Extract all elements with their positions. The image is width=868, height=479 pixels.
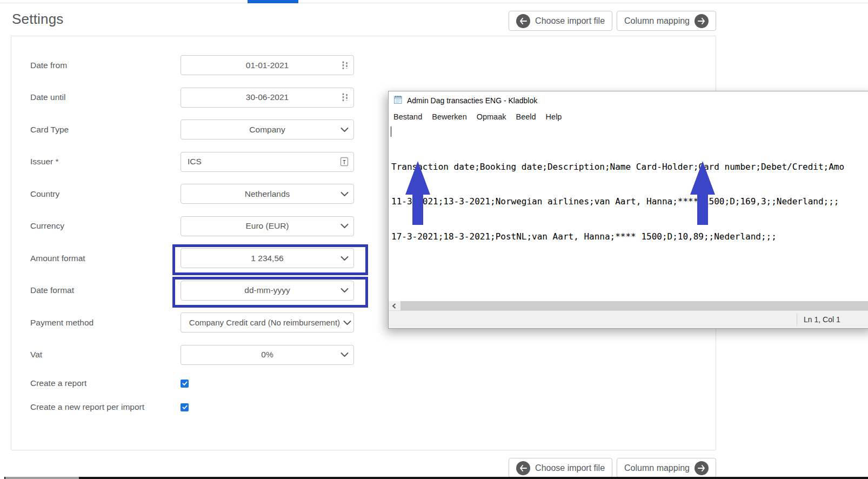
- notepad-text-area[interactable]: Transaction date;Booking date;Descriptio…: [389, 124, 868, 301]
- date-from-value: 01-01-2021: [246, 61, 289, 70]
- date-from-label: Date from: [30, 61, 181, 70]
- status-divider: [797, 313, 797, 326]
- picker-icon[interactable]: [340, 157, 349, 167]
- arrow-left-icon: [516, 461, 530, 475]
- column-mapping-label: Column mapping: [624, 463, 690, 473]
- form-row-date-until: Date until 30-06-2021: [30, 88, 409, 108]
- calendar-icon[interactable]: [342, 61, 349, 70]
- vat-select[interactable]: 0%: [181, 345, 354, 365]
- country-value: Netherlands: [245, 189, 290, 199]
- date-format-value: dd-mm-yyyy: [244, 285, 290, 295]
- date-until-label: Date until: [30, 92, 181, 102]
- notepad-window: Admin Dag transacties ENG - Kladblok Bes…: [388, 91, 868, 329]
- column-mapping-button[interactable]: Column mapping: [617, 458, 716, 478]
- menu-item-bestand[interactable]: Bestand: [389, 112, 427, 121]
- annotation-arrow-left: [405, 161, 430, 225]
- chevron-down-icon: [343, 320, 351, 325]
- form-row-currency: Currency Euro (EUR): [30, 216, 409, 236]
- payment-method-select[interactable]: Company Credit card (No reimbursement): [181, 312, 354, 332]
- form-row-vat: Vat 0%: [30, 345, 409, 365]
- choose-import-file-button[interactable]: Choose import file: [509, 11, 612, 31]
- csv-data-line-2: 17-3-2021;18-3-2021;PostNL;van Aart, Han…: [391, 231, 868, 243]
- column-mapping-button[interactable]: Column mapping: [617, 11, 716, 31]
- amount-format-label: Amount format: [30, 254, 181, 263]
- menu-item-bewerken[interactable]: Bewerken: [427, 112, 471, 121]
- notepad-title-bar[interactable]: Admin Dag transacties ENG - Kladblok: [389, 91, 868, 109]
- card-type-value: Company: [249, 125, 285, 135]
- form-row-issuer: Issuer * ICS: [30, 152, 409, 172]
- top-nav-buttons: Choose import file Column mapping: [509, 11, 716, 31]
- issuer-value: ICS: [188, 157, 202, 167]
- country-select[interactable]: Netherlands: [181, 184, 354, 204]
- form-row-date-from: Date from 01-01-2021: [30, 55, 409, 75]
- form-row-amount-format: Amount format 1 234,56: [30, 248, 409, 268]
- issuer-label: Issuer *: [30, 157, 181, 167]
- chevron-down-icon: [340, 127, 349, 132]
- chevron-down-icon: [340, 191, 349, 196]
- country-label: Country: [30, 189, 181, 199]
- text-caret: [391, 127, 391, 137]
- settings-form: Date from 01-01-2021 Date until 30-06-20…: [30, 55, 409, 424]
- page-title: Settings: [12, 11, 64, 28]
- top-tab-strip: [0, 0, 868, 3]
- create-report-per-import-checkbox[interactable]: [181, 403, 189, 411]
- card-type-label: Card Type: [30, 125, 181, 135]
- create-report-per-import-label: Create a new report per import: [30, 402, 181, 412]
- taskbar-segment: [5, 477, 79, 479]
- payment-method-value: Company Credit card (No reimbursement): [189, 318, 340, 327]
- chevron-down-icon: [340, 288, 349, 293]
- chevron-down-icon: [340, 352, 349, 357]
- currency-select[interactable]: Euro (EUR): [181, 216, 354, 236]
- arrow-right-icon: [695, 14, 709, 28]
- date-until-value: 30-06-2021: [246, 92, 289, 102]
- choose-import-file-label: Choose import file: [535, 463, 605, 473]
- chevron-down-icon: [340, 256, 349, 261]
- arrow-right-icon: [695, 461, 709, 475]
- date-format-select[interactable]: dd-mm-yyyy: [181, 281, 354, 301]
- column-mapping-label: Column mapping: [624, 16, 690, 26]
- form-row-create-report: Create a report: [30, 377, 409, 390]
- notepad-icon: [393, 95, 403, 106]
- choose-import-file-button[interactable]: Choose import file: [509, 458, 612, 478]
- notepad-status-bar: Ln 1, Col 1: [389, 310, 868, 328]
- menu-item-opmaak[interactable]: Opmaak: [472, 112, 511, 121]
- currency-value: Euro (EUR): [245, 221, 289, 231]
- arrow-left-icon: [516, 14, 530, 28]
- date-format-label: Date format: [30, 285, 181, 295]
- csv-data-line-1: 11-3-2021;13-3-2021;Norwegian airlines;v…: [391, 196, 868, 208]
- issuer-input[interactable]: ICS: [181, 152, 354, 172]
- form-row-payment-method: Payment method Company Credit card (No r…: [30, 312, 409, 332]
- notepad-menu-bar: Bestand Bewerken Opmaak Beeld Help: [389, 109, 868, 124]
- menu-item-help[interactable]: Help: [541, 112, 567, 121]
- horizontal-scrollbar[interactable]: [389, 301, 868, 310]
- bottom-nav-buttons: Choose import file Column mapping: [509, 458, 716, 478]
- amount-format-select[interactable]: 1 234,56: [181, 248, 354, 268]
- choose-import-file-label: Choose import file: [535, 16, 605, 26]
- active-tab-indicator[interactable]: [248, 0, 298, 3]
- taskbar-edge: [4, 477, 868, 479]
- vat-value: 0%: [261, 350, 273, 360]
- form-row-date-format: Date format dd-mm-yyyy: [30, 281, 409, 301]
- date-until-input[interactable]: 30-06-2021: [181, 88, 354, 108]
- vat-label: Vat: [30, 350, 181, 360]
- form-row-create-report-per-import: Create a new report per import: [30, 401, 409, 414]
- form-row-country: Country Netherlands: [30, 184, 409, 204]
- date-from-input[interactable]: 01-01-2021: [181, 55, 354, 75]
- form-row-card-type: Card Type Company: [30, 119, 409, 139]
- card-type-select[interactable]: Company: [181, 119, 354, 139]
- notepad-window-title: Admin Dag transacties ENG - Kladblok: [407, 96, 537, 105]
- payment-method-label: Payment method: [30, 318, 181, 328]
- scroll-left-button[interactable]: [389, 301, 399, 310]
- cursor-position-label: Ln 1, Col 1: [804, 311, 840, 328]
- create-report-checkbox[interactable]: [181, 380, 189, 388]
- amount-format-value: 1 234,56: [251, 254, 283, 263]
- chevron-down-icon: [340, 224, 349, 229]
- annotation-arrow-right: [690, 161, 715, 225]
- create-report-label: Create a report: [30, 378, 181, 388]
- calendar-icon[interactable]: [342, 93, 349, 102]
- currency-label: Currency: [30, 221, 181, 231]
- scrollbar-thumb[interactable]: [400, 301, 868, 310]
- csv-header-line: Transaction date;Booking date;Descriptio…: [391, 161, 868, 173]
- menu-item-beeld[interactable]: Beeld: [511, 112, 541, 121]
